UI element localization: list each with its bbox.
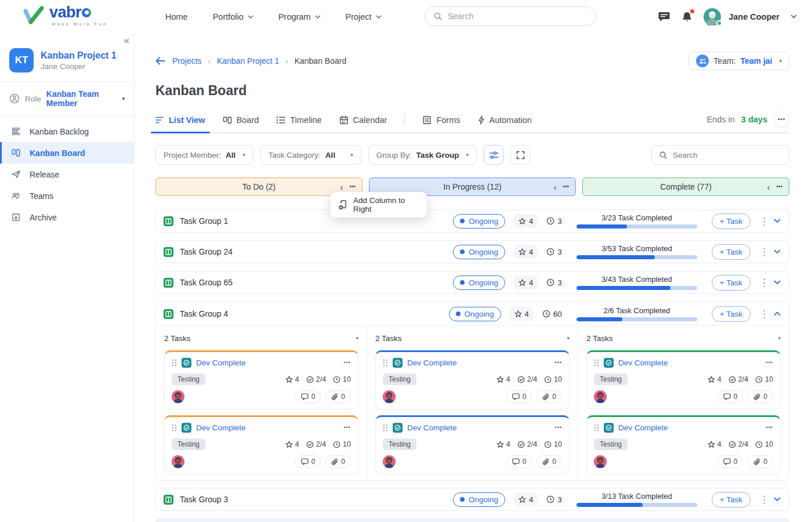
sidebar-item-teams[interactable]: Teams bbox=[0, 185, 134, 206]
assignee-avatar[interactable] bbox=[594, 390, 607, 403]
status-badge[interactable]: Ongoing bbox=[453, 492, 505, 507]
column-more-icon[interactable]: ••• bbox=[776, 184, 782, 190]
team-selector[interactable]: Team: Team jai ▾ bbox=[688, 52, 789, 70]
sidebar-item-kanban-board[interactable]: Kanban Board bbox=[0, 142, 134, 164]
card-more-icon[interactable]: ••• bbox=[344, 360, 351, 365]
attachments-chip[interactable]: 0 bbox=[325, 455, 351, 468]
task-group-name[interactable]: Task Group 4 bbox=[180, 309, 228, 318]
task-title[interactable]: Dev Complete bbox=[407, 423, 457, 432]
card-more-icon[interactable]: ••• bbox=[766, 360, 773, 365]
back-arrow-icon[interactable] bbox=[155, 57, 166, 65]
drag-handle-icon[interactable] bbox=[594, 424, 599, 432]
card-more-icon[interactable]: ••• bbox=[766, 425, 773, 430]
column-more-icon[interactable]: ••• bbox=[563, 184, 569, 190]
messages-icon[interactable] bbox=[658, 11, 670, 23]
attachments-chip[interactable]: 0 bbox=[325, 390, 351, 403]
stars-chip[interactable]: 4 bbox=[514, 492, 538, 506]
task-group-name[interactable]: Task Group 1 bbox=[180, 216, 228, 226]
sidebar-collapse-icon[interactable]: « bbox=[124, 35, 129, 46]
assignee-avatar[interactable] bbox=[383, 455, 396, 468]
task-card[interactable]: Dev Complete ••• Testing 4 2/4 10 bbox=[164, 350, 358, 409]
status-badge[interactable]: Ongoing bbox=[453, 214, 505, 229]
sidebar-item-release[interactable]: Release bbox=[0, 164, 134, 185]
column-collapse-icon[interactable]: ‹ bbox=[340, 183, 343, 191]
status-badge[interactable]: Ongoing bbox=[449, 307, 501, 321]
nav-portfolio[interactable]: Portfolio bbox=[213, 12, 253, 21]
chevron-down-icon[interactable] bbox=[774, 497, 781, 502]
add-task-button[interactable]: + Task bbox=[712, 213, 751, 229]
task-group-name[interactable]: Task Group 65 bbox=[180, 278, 233, 287]
drag-handle-icon[interactable] bbox=[383, 424, 388, 432]
tab-forms[interactable]: Forms bbox=[422, 115, 460, 132]
comments-chip[interactable]: 0 bbox=[717, 390, 744, 403]
fullscreen-button[interactable] bbox=[510, 145, 530, 165]
more-vertical-icon[interactable]: ⋮ bbox=[759, 246, 765, 258]
caret-down-icon[interactable]: ▾ bbox=[778, 335, 781, 341]
card-more-icon[interactable]: ••• bbox=[555, 425, 562, 430]
task-card[interactable]: Dev Complete ••• Testing 4 2/4 10 bbox=[586, 415, 781, 474]
user-avatar[interactable] bbox=[704, 8, 721, 26]
comments-chip[interactable]: 0 bbox=[506, 390, 532, 403]
card-more-icon[interactable]: ••• bbox=[344, 425, 351, 430]
task-title[interactable]: Dev Complete bbox=[196, 423, 246, 432]
caret-down-icon[interactable]: ▾ bbox=[356, 335, 358, 341]
board-search-input[interactable] bbox=[673, 151, 782, 160]
attachments-chip[interactable]: 0 bbox=[748, 455, 773, 468]
add-column-menu-item[interactable]: Add Column to Right bbox=[331, 192, 427, 217]
stars-chip[interactable]: 4 bbox=[510, 307, 534, 321]
chevron-down-icon[interactable] bbox=[774, 280, 781, 285]
more-vertical-icon[interactable]: ⋮ bbox=[759, 494, 765, 506]
task-card[interactable]: Dev Complete ••• Testing 4 2/4 10 bbox=[375, 415, 570, 474]
status-badge[interactable]: Ongoing bbox=[453, 245, 505, 259]
more-vertical-icon[interactable]: ⋮ bbox=[759, 277, 765, 289]
attachments-chip[interactable]: 0 bbox=[536, 455, 562, 468]
task-title[interactable]: Dev Complete bbox=[618, 358, 668, 367]
add-task-button[interactable]: + Task bbox=[712, 492, 751, 507]
column-collapse-icon[interactable]: ‹ bbox=[553, 183, 556, 191]
more-vertical-icon[interactable]: ⋮ bbox=[759, 215, 765, 227]
task-title[interactable]: Dev Complete bbox=[196, 358, 246, 367]
board-search[interactable] bbox=[651, 145, 789, 165]
task-card[interactable]: Dev Complete ••• Testing 4 2/4 10 bbox=[586, 350, 781, 409]
task-group-name[interactable]: Task Group 3 bbox=[180, 495, 228, 504]
global-search[interactable] bbox=[425, 6, 596, 26]
caret-down-icon[interactable]: ▾ bbox=[567, 335, 570, 341]
task-group-name[interactable]: Task Group 24 bbox=[180, 247, 233, 256]
tab-timeline[interactable]: Timeline bbox=[276, 115, 321, 132]
chevron-up-icon[interactable] bbox=[774, 311, 781, 316]
add-task-button[interactable]: + Task bbox=[712, 244, 751, 260]
card-more-icon[interactable]: ••• bbox=[555, 360, 562, 365]
tab-calendar[interactable]: Calendar bbox=[339, 115, 387, 132]
board-more-button[interactable]: ••• bbox=[774, 111, 789, 127]
status-badge[interactable]: Ongoing bbox=[453, 276, 505, 290]
group-by-dropdown[interactable]: Group By: Task Group ▾ bbox=[368, 145, 477, 165]
breadcrumb-kanban-project[interactable]: Kanban Project 1 bbox=[217, 56, 279, 66]
chevron-down-icon[interactable] bbox=[774, 219, 781, 223]
more-vertical-icon[interactable]: ⋮ bbox=[759, 308, 765, 320]
user-menu-caret-icon[interactable] bbox=[791, 14, 797, 19]
stars-chip[interactable]: 4 bbox=[514, 214, 538, 228]
attachments-chip[interactable]: 0 bbox=[536, 390, 562, 403]
nav-program[interactable]: Program bbox=[278, 12, 321, 21]
stars-chip[interactable]: 4 bbox=[514, 276, 538, 289]
column-more-icon[interactable]: ••• bbox=[349, 184, 356, 190]
assignee-avatar[interactable] bbox=[172, 390, 184, 403]
sidebar-item-kanban-backlog[interactable]: Kanban Backlog bbox=[0, 121, 134, 142]
task-card[interactable]: Dev Complete ••• Testing 4 2/4 10 bbox=[375, 350, 570, 409]
assignee-avatar[interactable] bbox=[594, 455, 607, 468]
notifications-bell[interactable] bbox=[682, 11, 693, 23]
stars-chip[interactable]: 4 bbox=[514, 245, 538, 259]
assignee-avatar[interactable] bbox=[172, 455, 184, 468]
tab-automation[interactable]: Automation bbox=[478, 115, 532, 132]
nav-project[interactable]: Project bbox=[346, 12, 382, 21]
drag-handle-icon[interactable] bbox=[594, 359, 599, 367]
task-card[interactable]: Dev Complete ••• Testing 4 2/4 10 bbox=[164, 415, 358, 474]
chevron-down-icon[interactable] bbox=[774, 249, 781, 254]
column-collapse-icon[interactable]: ‹ bbox=[767, 183, 770, 191]
attachments-chip[interactable]: 0 bbox=[748, 390, 773, 403]
project-member-dropdown[interactable]: Project Member: All ▾ bbox=[155, 145, 253, 165]
sidebar-item-archive[interactable]: Archive bbox=[0, 206, 134, 228]
drag-handle-icon[interactable] bbox=[383, 359, 388, 367]
comments-chip[interactable]: 0 bbox=[717, 455, 744, 468]
add-task-button[interactable]: + Task bbox=[712, 306, 751, 322]
